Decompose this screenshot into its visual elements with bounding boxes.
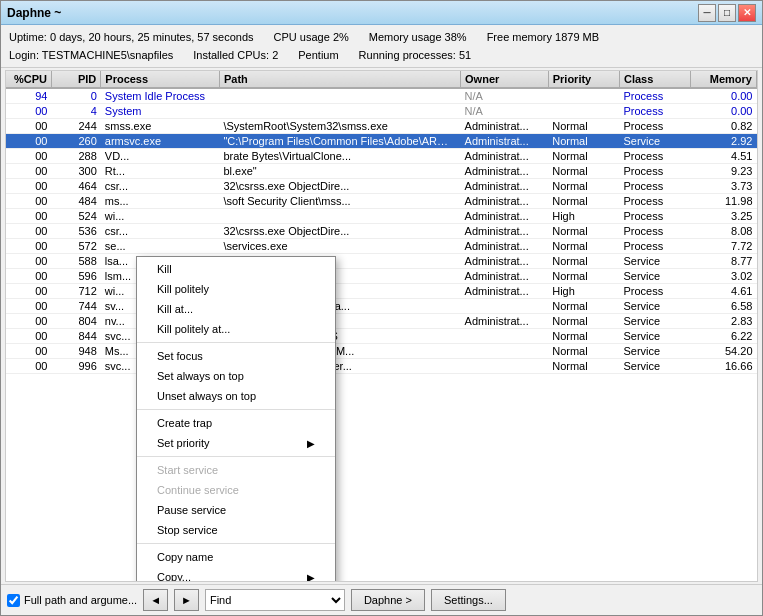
col-header-priority[interactable]: Priority [548, 71, 619, 88]
table-cell: 16.66 [691, 359, 757, 374]
context-menu-item[interactable]: Kill politely at... [137, 319, 335, 339]
table-row[interactable]: 00260armsvc.exe"C:\Program Files\Common … [6, 134, 757, 149]
table-row[interactable]: 00588lsa...\lsass.exeAdministrat...Norma… [6, 254, 757, 269]
table-cell: 6.58 [691, 299, 757, 314]
settings-button[interactable]: Settings... [431, 589, 506, 611]
table-row[interactable]: 00464csr...32\csrss.exe ObjectDire...Adm… [6, 179, 757, 194]
col-header-class[interactable]: Class [619, 71, 690, 88]
table-cell: Administrat... [461, 269, 549, 284]
maximize-button[interactable]: □ [718, 4, 736, 22]
table-row[interactable]: 004SystemN/AProcess0.00 [6, 104, 757, 119]
col-header-path[interactable]: Path [219, 71, 460, 88]
full-path-checkbox[interactable] [7, 594, 20, 607]
table-cell: Process [619, 164, 690, 179]
table-cell: Process [619, 239, 690, 254]
context-menu-item[interactable]: Copy name [137, 547, 335, 567]
table-row[interactable]: 00300Rt...bl.exe"Administrat...NormalPro… [6, 164, 757, 179]
table-row[interactable]: 00804nv...\nvvsvc.exeAdministrat...Norma… [6, 314, 757, 329]
uptime-label: Uptime: 0 days, 20 hours, 25 minutes, 57… [9, 28, 254, 46]
process-table-container: %CPU PID Process Path Owner Priority Cla… [5, 70, 758, 582]
table-row[interactable]: 00996svc...\svchost.exe -k LocalSer...No… [6, 359, 757, 374]
table-row[interactable]: 00948Ms...\soft Security Client\MsM...No… [6, 344, 757, 359]
context-menu-item[interactable]: Create trap [137, 413, 335, 433]
nav-left-button[interactable]: ◄ [143, 589, 168, 611]
context-menu-item[interactable]: Stop service [137, 520, 335, 540]
table-header-row: %CPU PID Process Path Owner Priority Cla… [6, 71, 757, 88]
col-header-cpu[interactable]: %CPU [6, 71, 51, 88]
login-label: Login: TESTMACHINE5\snapfiles [9, 46, 173, 64]
context-menu-item[interactable]: Set always on top [137, 366, 335, 386]
table-cell: 9.23 [691, 164, 757, 179]
table-cell: csr... [101, 224, 220, 239]
table-cell: 00 [6, 149, 51, 164]
table-cell: Administrat... [461, 119, 549, 134]
context-menu-item: Start service [137, 460, 335, 480]
table-cell: Normal [548, 164, 619, 179]
context-menu-item[interactable]: Set focus [137, 346, 335, 366]
table-cell: 2.83 [691, 314, 757, 329]
table-row[interactable]: 00572se...\services.exeAdministrat...Nor… [6, 239, 757, 254]
table-cell: Administrat... [461, 239, 549, 254]
cpu-model-label: Pentium [298, 46, 338, 64]
main-window: Daphne ~ ─ □ ✕ Uptime: 0 days, 20 hours,… [0, 0, 763, 616]
table-row[interactable]: 00524wi...Administrat...HighProcess3.25 [6, 209, 757, 224]
table-cell: 948 [51, 344, 100, 359]
table-cell: Service [619, 134, 690, 149]
table-cell: Normal [548, 314, 619, 329]
context-menu-item[interactable]: Kill [137, 259, 335, 279]
table-cell: Administrat... [461, 284, 549, 299]
table-cell: N/A [461, 88, 549, 104]
find-select[interactable]: Find [205, 589, 345, 611]
table-row[interactable]: 00844svc...\svchost.exe -k RPCSSNormalSe… [6, 329, 757, 344]
table-row[interactable]: 00596lsm...\lsm.exeAdministrat...NormalS… [6, 269, 757, 284]
free-memory-label: Free memory 1879 MB [487, 28, 599, 46]
table-cell: 32\csrss.exe ObjectDire... [219, 224, 460, 239]
table-cell: Service [619, 329, 690, 344]
close-button[interactable]: ✕ [738, 4, 756, 22]
full-path-checkbox-label[interactable]: Full path and argume... [7, 594, 137, 607]
table-cell: "C:\Program Files\Common Files\Adobe\ARM… [219, 134, 460, 149]
table-row[interactable]: 00712wi...Administrat...HighProcess4.61 [6, 284, 757, 299]
context-menu-item[interactable]: Kill at... [137, 299, 335, 319]
table-cell: 260 [51, 134, 100, 149]
table-row[interactable]: 00288VD...brate Bytes\VirtualClone...Adm… [6, 149, 757, 164]
nav-right-button[interactable]: ► [174, 589, 199, 611]
col-header-owner[interactable]: Owner [461, 71, 549, 88]
table-cell: VD... [101, 149, 220, 164]
table-cell: 0 [51, 88, 100, 104]
table-cell: 00 [6, 104, 51, 119]
table-cell: Normal [548, 239, 619, 254]
table-cell: Service [619, 314, 690, 329]
submenu-arrow-icon: ▶ [307, 572, 315, 583]
minimize-button[interactable]: ─ [698, 4, 716, 22]
table-cell: Administrat... [461, 209, 549, 224]
table-cell [219, 104, 460, 119]
table-cell: 54.20 [691, 344, 757, 359]
context-menu-item[interactable]: Set priority▶ [137, 433, 335, 453]
daphne-button[interactable]: Daphne > [351, 589, 425, 611]
table-row[interactable]: 940System Idle ProcessN/AProcess0.00 [6, 88, 757, 104]
context-menu-item[interactable]: Pause service [137, 500, 335, 520]
table-cell: System [101, 104, 220, 119]
table-cell: Normal [548, 194, 619, 209]
table-cell: 3.02 [691, 269, 757, 284]
context-menu-item[interactable]: Kill politely [137, 279, 335, 299]
context-menu-item[interactable]: Copy...▶ [137, 567, 335, 582]
table-scroll[interactable]: %CPU PID Process Path Owner Priority Cla… [6, 71, 757, 581]
table-row[interactable]: 00744sv...\svchost.exe -k DcomLa...Norma… [6, 299, 757, 314]
process-table: %CPU PID Process Path Owner Priority Cla… [6, 71, 757, 374]
table-cell: Process [619, 119, 690, 134]
table-cell: 744 [51, 299, 100, 314]
table-row[interactable]: 00536csr...32\csrss.exe ObjectDire...Adm… [6, 224, 757, 239]
table-cell: \services.exe [219, 239, 460, 254]
context-menu-item[interactable]: Unset always on top [137, 386, 335, 406]
table-row[interactable]: 00484ms...\soft Security Client\mss...Ad… [6, 194, 757, 209]
table-cell: 804 [51, 314, 100, 329]
context-menu-separator [137, 342, 335, 343]
col-header-memory[interactable]: Memory [691, 71, 757, 88]
table-row[interactable]: 00244smss.exe\SystemRoot\System32\smss.e… [6, 119, 757, 134]
col-header-process[interactable]: Process [101, 71, 220, 88]
col-header-pid[interactable]: PID [51, 71, 100, 88]
table-cell: Process [619, 104, 690, 119]
table-cell: Normal [548, 329, 619, 344]
